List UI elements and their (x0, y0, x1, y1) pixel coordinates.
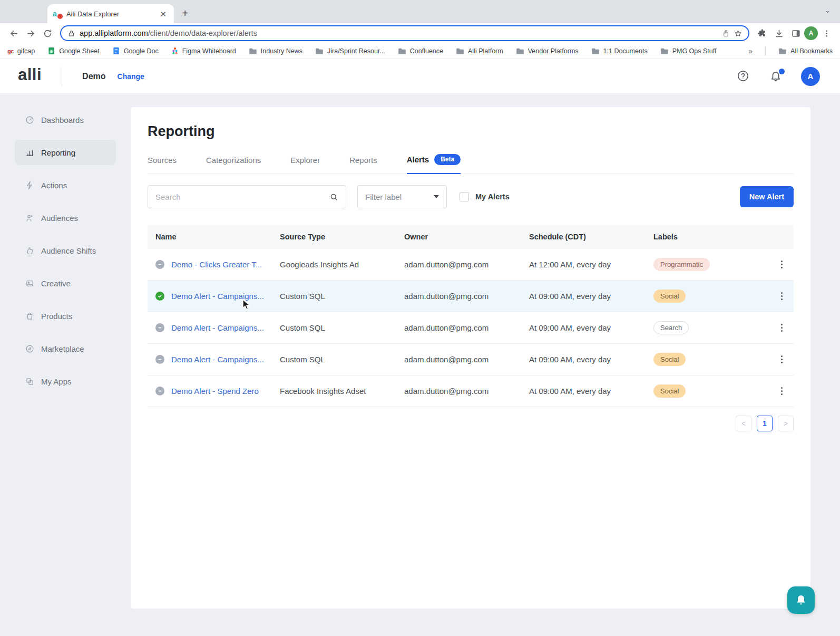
back-button[interactable] (5, 25, 22, 42)
table-row[interactable]: Demo Alert - Spend ZeroFacebook Insights… (148, 375, 794, 407)
user-avatar[interactable]: A (801, 67, 820, 86)
bookmark-star-icon[interactable] (734, 30, 742, 37)
row-menu-kebab-icon[interactable] (778, 322, 786, 334)
bookmark-item[interactable]: Google Doc (112, 47, 159, 55)
search-input[interactable] (155, 192, 329, 201)
extensions-puzzle-icon[interactable] (754, 25, 770, 42)
notifications-fab[interactable] (787, 586, 815, 614)
bookmark-item[interactable]: Confluence (398, 47, 443, 55)
gc-icon: gc (7, 48, 14, 54)
next-page-button[interactable]: > (778, 416, 794, 431)
owner-cell: adam.dutton@pmg.com (404, 355, 529, 364)
tab-explorer[interactable]: Explorer (290, 154, 320, 174)
source-type-cell: Facebook Insights Adset (280, 387, 404, 396)
sidebar-item-actions[interactable]: Actions (15, 172, 116, 198)
table-row[interactable]: Demo - Clicks Greater T...Googleads Insi… (148, 249, 794, 281)
download-icon[interactable] (770, 25, 787, 42)
sidebar-item-audiences[interactable]: Audiences (15, 205, 116, 230)
row-menu-kebab-icon[interactable] (778, 353, 786, 366)
browser-tab[interactable]: a Alli Data Explorer ✕ (47, 4, 174, 23)
side-panel-icon[interactable] (787, 25, 804, 42)
sidebar-item-dashboards[interactable]: Dashboards (15, 107, 116, 132)
sidebar-item-marketplace[interactable]: Marketplace (15, 336, 116, 361)
bookmark-item[interactable]: Google Sheet (47, 47, 99, 55)
url-bar[interactable]: app.alliplatform.com/client/demo/data-ex… (60, 25, 749, 41)
notifications-bell-icon[interactable] (769, 70, 783, 83)
sidebar-item-label: Creative (41, 279, 71, 288)
alert-name-link[interactable]: Demo Alert - Spend Zero (171, 387, 259, 396)
folder-icon (778, 47, 787, 55)
sidebar-item-audience-shifts[interactable]: Audience Shifts (15, 238, 116, 263)
filter-label-select[interactable]: Filter label (357, 185, 447, 208)
bookmark-item[interactable]: 1:1 Documents (591, 47, 648, 55)
tab-close-icon[interactable]: ✕ (158, 9, 169, 19)
labels-cell: Social (653, 353, 759, 366)
tab-reports[interactable]: Reports (349, 154, 377, 174)
browser-profile-avatar[interactable]: A (804, 26, 818, 40)
bookmark-item[interactable]: Figma Whiteboard (171, 47, 236, 55)
sidebar-item-creative[interactable]: Creative (15, 271, 116, 296)
beta-badge: Beta (434, 154, 461, 165)
bookmark-item[interactable]: Industry News (249, 47, 302, 55)
alert-name-link[interactable]: Demo - Clicks Greater T... (171, 260, 262, 269)
sidebar-item-label: Audiences (41, 214, 78, 223)
browser-menu-kebab-icon[interactable] (818, 25, 835, 42)
bookmark-item[interactable]: Jira/Sprint Resour... (315, 47, 385, 55)
tab-alerts[interactable]: AlertsBeta (407, 154, 461, 174)
forward-button[interactable] (22, 25, 39, 42)
pagination: < 1 > (148, 416, 794, 431)
table-row[interactable]: Demo Alert - Campaigns...Custom SQLadam.… (148, 281, 794, 312)
client-name: Demo (82, 72, 105, 81)
sidebar-item-label: Products (41, 312, 72, 321)
schedule-cell: At 09:00 AM, every day (529, 292, 653, 301)
labels-cell: Social (653, 290, 759, 303)
main-card: Reporting SourcesCategorizationsExplorer… (131, 107, 810, 609)
reload-button[interactable] (39, 25, 56, 42)
table-body: Demo - Clicks Greater T...Googleads Insi… (148, 249, 794, 407)
column-header: Name (155, 233, 280, 241)
chevron-down-icon (434, 195, 439, 198)
bookmark-label: Confluence (410, 47, 443, 55)
help-icon[interactable] (737, 70, 750, 83)
alert-name-link[interactable]: Demo Alert - Campaigns... (171, 292, 264, 301)
browser-tab-strip: a Alli Data Explorer ✕ + ⌄ (0, 0, 840, 23)
change-client-link[interactable]: Change (118, 72, 144, 81)
table-row[interactable]: Demo Alert - Campaigns...Custom SQLadam.… (148, 312, 794, 344)
recording-badge-icon (57, 14, 63, 19)
row-menu-kebab-icon[interactable] (778, 290, 786, 303)
bookmark-item[interactable]: PMG Ops Stuff (660, 47, 717, 55)
sidebar-item-label: Reporting (41, 148, 75, 157)
alli-logo[interactable]: alli (18, 66, 42, 86)
row-menu-kebab-icon[interactable] (778, 385, 786, 398)
image-icon (25, 279, 34, 288)
all-bookmarks-button[interactable]: All Bookmarks (778, 47, 833, 55)
new-tab-button[interactable]: + (178, 6, 192, 20)
share-icon[interactable] (722, 30, 730, 37)
bookmark-item[interactable]: Vendor Platforms (516, 47, 579, 55)
my-alerts-checkbox[interactable] (460, 192, 469, 201)
prev-page-button[interactable]: < (736, 416, 751, 431)
bookmarks-overflow-chevron[interactable]: » (748, 47, 753, 55)
sidebar-item-products[interactable]: Products (15, 303, 116, 329)
schedule-cell: At 09:00 AM, every day (529, 387, 653, 396)
alert-name-link[interactable]: Demo Alert - Campaigns... (171, 355, 264, 364)
name-cell: Demo - Clicks Greater T... (155, 260, 280, 269)
sidebar-item-reporting[interactable]: Reporting (15, 140, 116, 165)
bar-chart-icon (25, 148, 34, 157)
search-icon (329, 192, 338, 201)
sidebar-item-my-apps[interactable]: My Apps (15, 369, 116, 394)
name-cell: Demo Alert - Campaigns... (155, 355, 280, 364)
controls-row: Filter label My Alerts New Alert (148, 185, 794, 208)
tab-sources[interactable]: Sources (148, 154, 177, 174)
row-menu-kebab-icon[interactable] (778, 258, 786, 271)
tab-categorizations[interactable]: Categorizations (206, 154, 261, 174)
current-page-button[interactable]: 1 (757, 416, 773, 431)
bookmark-item[interactable]: Alli Platform (456, 47, 503, 55)
bookmark-item[interactable]: gcgifcap (7, 47, 35, 55)
name-cell: Demo Alert - Spend Zero (155, 387, 280, 396)
new-alert-button[interactable]: New Alert (740, 186, 794, 207)
tab-list-chevron-icon[interactable]: ⌄ (825, 6, 831, 14)
labels-cell: Programmatic (653, 258, 759, 271)
alert-name-link[interactable]: Demo Alert - Campaigns... (171, 323, 264, 332)
table-row[interactable]: Demo Alert - Campaigns...Custom SQLadam.… (148, 344, 794, 375)
